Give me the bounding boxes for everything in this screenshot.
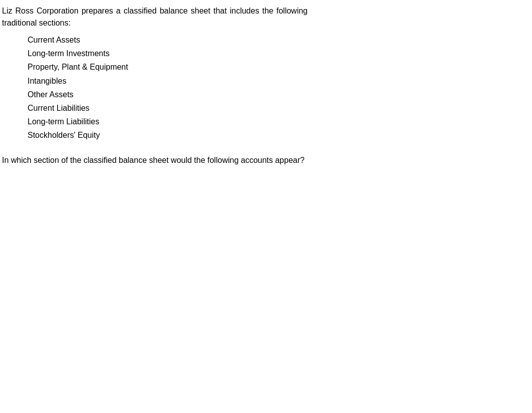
- list-item: Current Assets: [28, 33, 532, 47]
- list-item: Other Assets: [28, 88, 532, 101]
- followup-paragraph: In which section of the classified balan…: [2, 154, 310, 166]
- list-item: Long-term Liabilities: [28, 115, 532, 128]
- list-item: Current Liabilities: [28, 101, 532, 115]
- list-item: Stockholders' Equity: [28, 128, 532, 142]
- list-item: Property, Plant & Equipment: [28, 60, 532, 74]
- list-item: Long-term Investments: [28, 47, 532, 60]
- sections-list: Current Assets Long-term Investments Pro…: [28, 33, 532, 142]
- intro-paragraph: Liz Ross Corporation prepares a classifi…: [0, 5, 308, 29]
- list-item: Intangibles: [28, 74, 532, 88]
